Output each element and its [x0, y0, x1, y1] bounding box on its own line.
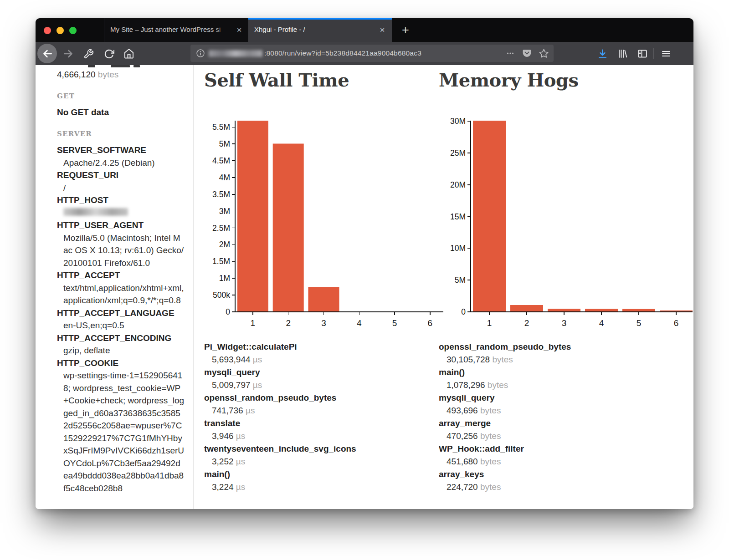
value-number: 224,720 [447, 482, 478, 492]
function-list-item: translate3,946 µs [204, 417, 430, 442]
bar-3 [308, 287, 339, 312]
browser-window: My Site – Just another WordPress si × Xh… [36, 18, 693, 509]
value-number: 741,736 [212, 406, 243, 415]
site-info-icon[interactable] [196, 49, 205, 58]
wrench-icon [83, 49, 94, 59]
y-tick-label: 5.5M [212, 122, 230, 132]
back-button[interactable] [37, 44, 57, 63]
x-tick-label: 4 [599, 318, 604, 328]
value-number: 5,009,797 [212, 380, 251, 390]
screenshot-stage: My Site – Just another WordPress si × Xh… [0, 0, 729, 560]
sidebar-toggle-button[interactable] [635, 46, 650, 61]
server-entry-value: gzip, deflate [63, 344, 185, 357]
server-entry-value: / [63, 182, 185, 194]
url-text: :8080/run/view?id=5b238d84421aa9004b680a… [264, 49, 421, 57]
function-list-item: mysqli_query5,009,797 µs [204, 366, 430, 391]
metric-unit: bytes [98, 70, 118, 79]
function-value: 3,224 µs [204, 481, 430, 494]
x-tick-label: 3 [321, 318, 326, 328]
library-button[interactable] [615, 46, 630, 61]
zoom-window-button[interactable] [69, 27, 77, 34]
redacted-host [209, 50, 262, 57]
function-name: main() [439, 366, 664, 379]
y-tick-label: 500k [213, 290, 230, 300]
x-tick-label: 5 [637, 318, 642, 328]
y-tick-label: 30M [450, 117, 466, 126]
y-tick-label: 0 [461, 307, 466, 316]
value-unit: bytes [480, 431, 501, 441]
value-unit: µs [253, 355, 262, 364]
y-tick-label: 3M [219, 207, 230, 216]
y-tick-label: 3.5M [212, 190, 230, 199]
y-tick-label: 1.5M [212, 257, 230, 266]
function-list-item: main()1,078,296 bytes [439, 366, 664, 391]
get-section-header: GET [57, 92, 185, 100]
reload-button[interactable] [102, 46, 116, 61]
function-value: 224,720 bytes [439, 481, 664, 494]
value-number: 5,693,944 [212, 355, 251, 364]
value-unit: µs [253, 380, 262, 390]
server-entry-value: Mozilla/5.0 (Macintosh; Intel Mac OS X 1… [63, 232, 185, 270]
function-name: array_keys [439, 468, 664, 481]
server-entry-label: HTTP_ACCEPT_ENCODING [57, 332, 185, 345]
bar-3 [548, 309, 580, 312]
function-name: mysqli_query [439, 392, 664, 404]
y-tick-label: 25M [450, 148, 466, 158]
value-unit: µs [236, 457, 245, 466]
function-name: WP_Hook::add_filter [439, 443, 664, 455]
function-list-item: WP_Hook::add_filter451,680 bytes [439, 443, 664, 468]
tab-close-icon[interactable]: × [233, 24, 245, 36]
url-bar[interactable]: :8080/run/view?id=5b238d84421aa9004b680a… [190, 45, 554, 62]
home-button[interactable] [122, 46, 136, 61]
function-value: 1,078,296 bytes [439, 379, 664, 392]
new-tab-button[interactable]: + [396, 23, 415, 38]
y-tick-label: 15M [450, 212, 466, 221]
memory-hogs-title: Memory Hogs [439, 69, 578, 91]
y-tick-label: 20M [450, 180, 466, 189]
downloads-button[interactable] [595, 46, 610, 61]
bar-1 [473, 121, 506, 312]
function-value: 5,693,944 µs [204, 353, 430, 366]
tab-close-icon[interactable]: × [376, 24, 388, 36]
y-tick-label: 4.5M [212, 156, 230, 165]
function-value: 30,105,728 bytes [439, 353, 664, 366]
pocket-icon[interactable] [522, 48, 532, 59]
minimize-window-button[interactable] [56, 27, 64, 34]
server-entry-value [63, 207, 185, 219]
tab-xhgui-profile[interactable]: Xhgui - Profile - / × [248, 18, 392, 42]
memory-function-list: openssl_random_pseudo_bytes30,105,728 by… [439, 341, 664, 494]
page-actions-icon[interactable] [505, 48, 515, 58]
server-entry-value: text/html,application/xhtml+xml,applicat… [63, 282, 185, 307]
value-unit: bytes [488, 380, 508, 390]
clipped-row-fragments [57, 65, 185, 68]
back-arrow-icon [41, 48, 53, 60]
function-list-item: main()3,224 µs [204, 468, 430, 493]
page-tools-button[interactable] [81, 46, 96, 61]
tab-wordpress-site[interactable]: My Site – Just another WordPress si × [104, 18, 248, 42]
close-window-button[interactable] [44, 27, 51, 34]
y-tick-label: 1M [219, 274, 230, 283]
forward-button[interactable] [61, 46, 76, 61]
function-name: mysqli_query [204, 366, 430, 379]
value-number: 470,256 [447, 431, 478, 441]
function-list-item: Pi_Widget::calculatePi5,693,944 µs [204, 341, 430, 366]
function-name: translate [204, 417, 430, 430]
function-name: openssl_random_pseudo_bytes [204, 392, 430, 404]
function-value: 451,680 bytes [439, 455, 664, 468]
server-entry-value: en-US,en;q=0.5 [63, 319, 185, 332]
value-unit: bytes [480, 482, 501, 492]
menu-button[interactable] [659, 46, 673, 61]
server-entry-value: Apache/2.4.25 (Debian) [63, 157, 185, 169]
y-tick-label: 2.5M [212, 224, 230, 233]
value-number: 1,078,296 [447, 380, 485, 390]
value-unit: bytes [492, 355, 513, 364]
function-name: array_merge [439, 417, 664, 430]
page-content: 4,666,120 bytes GET No GET data SERVER S… [36, 65, 693, 509]
bar-2 [273, 144, 304, 312]
function-name: openssl_random_pseudo_bytes [439, 341, 664, 353]
function-list-item: openssl_random_pseudo_bytes741,736 µs [204, 392, 430, 417]
function-list-item: mysqli_query493,696 bytes [439, 392, 664, 417]
bookmark-star-icon[interactable] [539, 48, 549, 59]
function-value: 3,946 µs [204, 430, 430, 443]
request-sidebar: 4,666,120 bytes GET No GET data SERVER S… [36, 65, 194, 509]
